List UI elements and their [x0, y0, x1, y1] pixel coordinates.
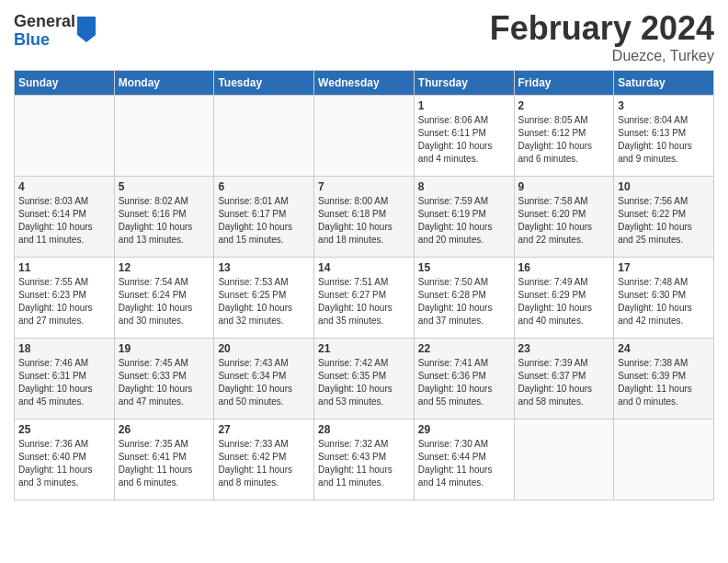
day-info: Sunrise: 8:02 AM Sunset: 6:16 PM Dayligh… — [119, 195, 210, 247]
day-number: 6 — [218, 180, 310, 193]
calendar-week-row: 4Sunrise: 8:03 AM Sunset: 6:14 PM Daylig… — [15, 177, 714, 258]
day-number: 26 — [119, 423, 210, 436]
calendar-cell: 24Sunrise: 7:38 AM Sunset: 6:39 PM Dayli… — [614, 339, 714, 419]
weekday-header-sunday: Sunday — [15, 71, 115, 96]
calendar-header: SundayMondayTuesdayWednesdayThursdayFrid… — [15, 71, 714, 96]
calendar-cell: 27Sunrise: 7:33 AM Sunset: 6:42 PM Dayli… — [214, 419, 314, 500]
page-header: General Blue February 2024 Duezce, Turke… — [14, 9, 714, 64]
day-info: Sunrise: 7:38 AM Sunset: 6:39 PM Dayligh… — [618, 357, 710, 408]
calendar-week-row: 18Sunrise: 7:46 AM Sunset: 6:31 PM Dayli… — [15, 339, 714, 419]
weekday-header-row: SundayMondayTuesdayWednesdayThursdayFrid… — [15, 71, 714, 96]
calendar-cell: 4Sunrise: 8:03 AM Sunset: 6:14 PM Daylig… — [15, 177, 115, 258]
day-info: Sunrise: 7:33 AM Sunset: 6:42 PM Dayligh… — [218, 438, 310, 489]
calendar-cell: 9Sunrise: 7:58 AM Sunset: 6:20 PM Daylig… — [514, 177, 614, 258]
day-number: 17 — [618, 261, 710, 274]
day-number: 27 — [218, 423, 310, 436]
calendar-cell: 13Sunrise: 7:53 AM Sunset: 6:25 PM Dayli… — [214, 258, 314, 339]
logo-blue-text: Blue — [14, 31, 75, 50]
day-number: 4 — [18, 180, 110, 193]
calendar-cell: 12Sunrise: 7:54 AM Sunset: 6:24 PM Dayli… — [114, 258, 214, 339]
calendar-cell — [314, 96, 415, 177]
calendar-cell: 25Sunrise: 7:36 AM Sunset: 6:40 PM Dayli… — [15, 419, 115, 500]
logo: General Blue — [14, 13, 96, 50]
day-info: Sunrise: 7:54 AM Sunset: 6:24 PM Dayligh… — [119, 276, 210, 327]
day-number: 10 — [618, 180, 710, 193]
calendar-week-row: 25Sunrise: 7:36 AM Sunset: 6:40 PM Dayli… — [15, 419, 714, 500]
weekday-header-saturday: Saturday — [614, 71, 714, 96]
calendar-cell: 28Sunrise: 7:32 AM Sunset: 6:43 PM Dayli… — [314, 419, 415, 500]
day-info: Sunrise: 7:55 AM Sunset: 6:23 PM Dayligh… — [18, 276, 110, 327]
day-info: Sunrise: 7:48 AM Sunset: 6:30 PM Dayligh… — [618, 276, 710, 327]
calendar-body: 1Sunrise: 8:06 AM Sunset: 6:11 PM Daylig… — [15, 96, 714, 500]
day-info: Sunrise: 7:46 AM Sunset: 6:31 PM Dayligh… — [18, 357, 110, 408]
weekday-header-friday: Friday — [514, 71, 614, 96]
title-area: February 2024 Duezce, Turkey — [490, 9, 714, 64]
calendar-cell: 22Sunrise: 7:41 AM Sunset: 6:36 PM Dayli… — [414, 339, 514, 419]
day-info: Sunrise: 7:41 AM Sunset: 6:36 PM Dayligh… — [418, 357, 510, 408]
calendar-cell — [15, 96, 115, 177]
day-info: Sunrise: 7:39 AM Sunset: 6:37 PM Dayligh… — [518, 357, 610, 408]
day-number: 14 — [318, 261, 410, 274]
location-text: Duezce, Turkey — [490, 48, 714, 64]
day-number: 5 — [119, 180, 210, 193]
calendar-week-row: 11Sunrise: 7:55 AM Sunset: 6:23 PM Dayli… — [15, 258, 714, 339]
calendar-cell: 17Sunrise: 7:48 AM Sunset: 6:30 PM Dayli… — [614, 258, 714, 339]
day-number: 3 — [618, 99, 710, 112]
day-info: Sunrise: 8:01 AM Sunset: 6:17 PM Dayligh… — [218, 195, 310, 247]
calendar-table: SundayMondayTuesdayWednesdayThursdayFrid… — [14, 70, 714, 500]
day-info: Sunrise: 7:43 AM Sunset: 6:34 PM Dayligh… — [218, 357, 310, 408]
weekday-header-thursday: Thursday — [414, 71, 514, 96]
day-number: 22 — [418, 342, 510, 355]
calendar-cell: 19Sunrise: 7:45 AM Sunset: 6:33 PM Dayli… — [114, 339, 214, 419]
calendar-cell: 6Sunrise: 8:01 AM Sunset: 6:17 PM Daylig… — [214, 177, 314, 258]
day-number: 24 — [618, 342, 710, 355]
day-number: 20 — [218, 342, 310, 355]
day-info: Sunrise: 7:36 AM Sunset: 6:40 PM Dayligh… — [18, 438, 110, 489]
calendar-cell — [514, 419, 614, 500]
logo-general-text: General — [14, 13, 75, 31]
calendar-cell: 15Sunrise: 7:50 AM Sunset: 6:28 PM Dayli… — [414, 258, 514, 339]
day-number: 11 — [18, 261, 110, 274]
calendar-cell: 26Sunrise: 7:35 AM Sunset: 6:41 PM Dayli… — [114, 419, 214, 500]
day-info: Sunrise: 7:50 AM Sunset: 6:28 PM Dayligh… — [418, 276, 510, 327]
day-number: 29 — [418, 423, 510, 436]
day-number: 16 — [518, 261, 610, 274]
day-number: 28 — [318, 423, 410, 436]
calendar-cell: 10Sunrise: 7:56 AM Sunset: 6:22 PM Dayli… — [614, 177, 714, 258]
day-number: 25 — [18, 423, 110, 436]
calendar-cell: 1Sunrise: 8:06 AM Sunset: 6:11 PM Daylig… — [414, 96, 514, 177]
day-info: Sunrise: 7:49 AM Sunset: 6:29 PM Dayligh… — [518, 276, 610, 327]
day-number: 1 — [418, 99, 510, 112]
calendar-cell: 7Sunrise: 8:00 AM Sunset: 6:18 PM Daylig… — [314, 177, 415, 258]
calendar-cell: 16Sunrise: 7:49 AM Sunset: 6:29 PM Dayli… — [514, 258, 614, 339]
calendar-cell: 11Sunrise: 7:55 AM Sunset: 6:23 PM Dayli… — [15, 258, 115, 339]
day-number: 19 — [119, 342, 210, 355]
calendar-cell: 8Sunrise: 7:59 AM Sunset: 6:19 PM Daylig… — [414, 177, 514, 258]
weekday-header-tuesday: Tuesday — [214, 71, 314, 96]
calendar-cell: 5Sunrise: 8:02 AM Sunset: 6:16 PM Daylig… — [114, 177, 214, 258]
day-number: 2 — [518, 99, 610, 112]
day-number: 13 — [218, 261, 310, 274]
day-info: Sunrise: 7:45 AM Sunset: 6:33 PM Dayligh… — [119, 357, 210, 408]
day-number: 9 — [518, 180, 610, 193]
day-info: Sunrise: 7:42 AM Sunset: 6:35 PM Dayligh… — [318, 357, 410, 408]
day-info: Sunrise: 8:00 AM Sunset: 6:18 PM Dayligh… — [318, 195, 410, 247]
day-info: Sunrise: 7:56 AM Sunset: 6:22 PM Dayligh… — [618, 195, 710, 247]
day-info: Sunrise: 7:30 AM Sunset: 6:44 PM Dayligh… — [418, 438, 510, 489]
day-number: 18 — [18, 342, 110, 355]
calendar-week-row: 1Sunrise: 8:06 AM Sunset: 6:11 PM Daylig… — [15, 96, 714, 177]
day-info: Sunrise: 7:51 AM Sunset: 6:27 PM Dayligh… — [318, 276, 410, 327]
calendar-cell: 18Sunrise: 7:46 AM Sunset: 6:31 PM Dayli… — [15, 339, 115, 419]
day-number: 23 — [518, 342, 610, 355]
day-number: 8 — [418, 180, 510, 193]
calendar-cell: 3Sunrise: 8:04 AM Sunset: 6:13 PM Daylig… — [614, 96, 714, 177]
day-number: 15 — [418, 261, 510, 274]
day-info: Sunrise: 7:53 AM Sunset: 6:25 PM Dayligh… — [218, 276, 310, 327]
day-info: Sunrise: 8:06 AM Sunset: 6:11 PM Dayligh… — [418, 114, 510, 166]
month-title: February 2024 — [490, 9, 714, 48]
svg-marker-0 — [77, 17, 96, 42]
day-number: 7 — [318, 180, 410, 193]
calendar-cell — [214, 96, 314, 177]
day-info: Sunrise: 7:59 AM Sunset: 6:19 PM Dayligh… — [418, 195, 510, 247]
calendar-cell: 2Sunrise: 8:05 AM Sunset: 6:12 PM Daylig… — [514, 96, 614, 177]
